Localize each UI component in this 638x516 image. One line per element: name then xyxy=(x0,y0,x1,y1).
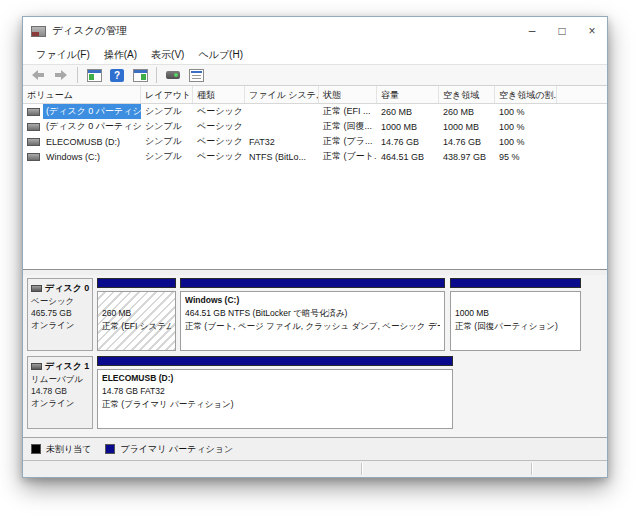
volume-type: ベーシック xyxy=(193,119,245,134)
disk-icon xyxy=(31,363,42,370)
disk-size: 14.78 GB xyxy=(31,385,89,397)
volume-list: ボリューム レイアウト 種類 ファイル システム 状態 容量 空き領域 空き領域… xyxy=(23,86,607,270)
legend-unallocated: 未割り当て xyxy=(31,443,91,456)
toolbar-separator xyxy=(156,67,157,83)
disk-state: オンライン xyxy=(31,397,89,409)
partition-status: 正常 (プライマリ パーティション) xyxy=(102,398,448,411)
volume-row-elecomusb[interactable]: ELECOMUSB (D:) シンプル ベーシック FAT32 正常 (プラ..… xyxy=(23,134,607,149)
menu-help[interactable]: ヘルプ(H) xyxy=(191,46,250,64)
volume-icon xyxy=(27,138,40,146)
partition-windows-c[interactable]: Windows (C:) 464.51 GB NTFS (BitLocker で… xyxy=(180,278,445,351)
disk-management-icon xyxy=(31,26,46,37)
partition-color-bar xyxy=(97,278,176,288)
unallocated-swatch xyxy=(31,444,41,454)
show-console-tree-button[interactable] xyxy=(84,66,104,84)
volume-row-efi[interactable]: (ディスク 0 パーティシ... シンプル ベーシック 正常 (EFI ... … xyxy=(23,104,607,119)
volume-layout: シンプル xyxy=(141,119,193,134)
disk-name: ディスク 1 xyxy=(45,360,89,373)
column-header-capacity[interactable]: 容量 xyxy=(377,86,439,103)
volume-capacity: 1000 MB xyxy=(377,119,439,134)
volume-capacity: 260 MB xyxy=(377,104,439,119)
properties-button[interactable] xyxy=(186,66,206,84)
partition-color-bar xyxy=(450,278,581,288)
back-icon xyxy=(31,69,45,81)
volume-status: 正常 (ブート... xyxy=(319,149,377,164)
back-button[interactable] xyxy=(28,66,48,84)
volume-icon xyxy=(27,108,40,116)
column-header-free-space[interactable]: 空き領域 xyxy=(439,86,495,103)
column-header-filesystem[interactable]: ファイル システム xyxy=(245,86,319,103)
properties-icon xyxy=(189,69,204,82)
menu-bar: ファイル(F) 操作(A) 表示(V) ヘルプ(H) xyxy=(23,45,607,64)
partition-size: 1000 MB xyxy=(455,307,576,320)
volume-name: Windows (C:) xyxy=(43,151,103,163)
status-bar-divider xyxy=(531,463,532,475)
partition-elecomusb[interactable]: ELECOMUSB (D:) 14.78 GB FAT32 正常 (プライマリ … xyxy=(97,356,453,429)
maximize-button[interactable]: □ xyxy=(547,17,577,45)
partition-status: 正常 (EFI システム パーティ xyxy=(102,320,171,333)
help-icon: ? xyxy=(110,69,124,82)
volume-icon xyxy=(27,153,40,161)
menu-view[interactable]: 表示(V) xyxy=(144,46,191,64)
volume-icon xyxy=(27,123,40,131)
volume-percent: 100 % xyxy=(495,119,557,134)
column-header-type[interactable]: 種類 xyxy=(193,86,245,103)
volume-free: 260 MB xyxy=(439,104,495,119)
forward-icon xyxy=(54,69,68,81)
menu-file[interactable]: ファイル(F) xyxy=(29,46,97,64)
legend-label: プライマリ パーティション xyxy=(120,443,233,456)
window-controls: – □ × xyxy=(517,17,607,45)
partition-name xyxy=(102,294,171,307)
close-button[interactable]: × xyxy=(577,17,607,45)
volume-layout: シンプル xyxy=(141,149,193,164)
volume-row-recovery[interactable]: (ディスク 0 パーティシ... シンプル ベーシック 正常 (回復... 10… xyxy=(23,119,607,134)
minimize-button[interactable]: – xyxy=(517,17,547,45)
disk-status-button[interactable] xyxy=(163,66,183,84)
volume-free: 14.76 GB xyxy=(439,134,495,149)
disk-state: オンライン xyxy=(31,319,89,331)
volume-status: 正常 (回復... xyxy=(319,119,377,134)
volume-type: ベーシック xyxy=(193,134,245,149)
partition-size: 464.51 GB NTFS (BitLocker で暗号化済み) xyxy=(185,307,440,320)
volume-status: 正常 (プラ... xyxy=(319,134,377,149)
volume-fs: NTFS (BitLo... xyxy=(245,149,319,164)
disk-1-label-panel[interactable]: ディスク 1 リムーバブル 14.78 GB オンライン xyxy=(27,356,93,429)
help-button[interactable]: ? xyxy=(107,66,127,84)
partition-status: 正常 (回復パーティション) xyxy=(455,320,576,333)
column-header-volume[interactable]: ボリューム xyxy=(23,86,141,103)
disk-0-row: ディスク 0 ベーシック 465.75 GB オンライン 260 MB 正常 (… xyxy=(23,278,607,351)
menu-action[interactable]: 操作(A) xyxy=(97,46,144,64)
window-title: ディスクの管理 xyxy=(52,24,127,38)
disk-0-label-panel[interactable]: ディスク 0 ベーシック 465.75 GB オンライン xyxy=(27,278,93,351)
status-bar xyxy=(23,460,607,477)
partition-name: ELECOMUSB (D:) xyxy=(102,372,448,385)
volume-status: 正常 (EFI ... xyxy=(319,104,377,119)
toolbar: ? xyxy=(23,64,607,86)
volume-list-header: ボリューム レイアウト 種類 ファイル システム 状態 容量 空き領域 空き領域… xyxy=(23,86,607,104)
volume-type: ベーシック xyxy=(193,104,245,119)
status-bar-divider xyxy=(361,463,362,475)
disk-kind: リムーバブル xyxy=(31,373,89,385)
disk-management-window: ディスクの管理 – □ × ファイル(F) 操作(A) 表示(V) ヘルプ(H)… xyxy=(22,16,608,478)
column-header-status[interactable]: 状態 xyxy=(319,86,377,103)
volume-name: (ディスク 0 パーティシ... xyxy=(43,104,141,119)
disk-1-row: ディスク 1 リムーバブル 14.78 GB オンライン ELECOMUSB (… xyxy=(23,356,607,429)
volume-fs xyxy=(245,104,319,119)
disk-size: 465.75 GB xyxy=(31,307,89,319)
show-action-pane-button[interactable] xyxy=(130,66,150,84)
disk-icon xyxy=(31,285,42,292)
volume-row-windows-c[interactable]: Windows (C:) シンプル ベーシック NTFS (BitLo... 正… xyxy=(23,149,607,164)
column-header-layout[interactable]: レイアウト xyxy=(141,86,193,103)
column-header-free-percent[interactable]: 空き領域の割... xyxy=(495,86,557,103)
disk-status-icon xyxy=(166,71,180,79)
volume-layout: シンプル xyxy=(141,104,193,119)
forward-button[interactable] xyxy=(51,66,71,84)
partition-recovery[interactable]: 1000 MB 正常 (回復パーティション) xyxy=(450,278,581,351)
column-header-filler xyxy=(557,86,607,103)
console-tree-icon xyxy=(87,69,102,82)
title-bar[interactable]: ディスクの管理 – □ × xyxy=(23,17,607,45)
action-pane-icon xyxy=(133,69,148,82)
partition-efi[interactable]: 260 MB 正常 (EFI システム パーティ xyxy=(97,278,176,351)
legend-bar: 未割り当て プライマリ パーティション xyxy=(23,437,607,460)
legend-label: 未割り当て xyxy=(46,443,91,456)
